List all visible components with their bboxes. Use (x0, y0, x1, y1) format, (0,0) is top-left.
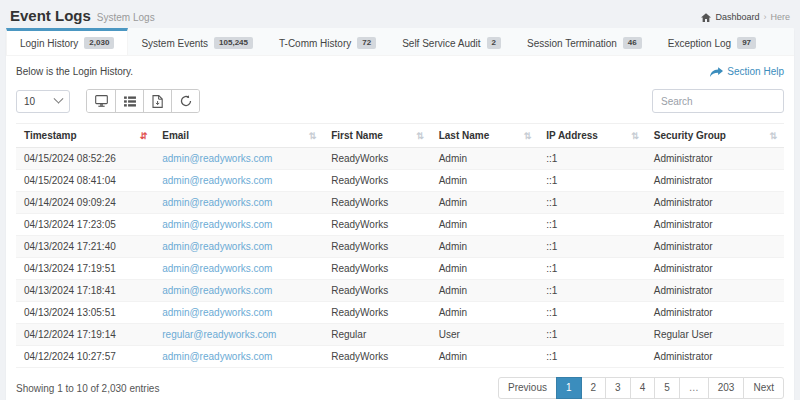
column-header-ip-address[interactable]: IP Address⇅ (538, 124, 646, 148)
column-header-timestamp[interactable]: Timestamp⇵ (16, 124, 154, 148)
tab-badge: 97 (737, 37, 756, 49)
table-view-button-group (86, 89, 200, 113)
cell-first-name: Regular (323, 324, 431, 346)
tab-login-history[interactable]: Login History2,030 (6, 28, 128, 55)
refresh-button[interactable] (171, 90, 199, 112)
tab-label: Exception Log (668, 38, 731, 49)
email-link[interactable]: admin@readyworks.com (162, 285, 272, 296)
section-description: Below is the Login History. (16, 66, 133, 77)
cell-ip-address: ::1 (538, 280, 646, 302)
column-label: IP Address (546, 130, 598, 141)
table-footer: Showing 1 to 10 of 2,030 entries Previou… (16, 368, 784, 400)
column-header-inner: Last Name⇅ (439, 130, 531, 141)
cell-ip-address: ::1 (538, 258, 646, 280)
tab-badge: 105,245 (214, 37, 253, 49)
search-input[interactable] (652, 89, 784, 113)
tab-label: T-Comm History (279, 38, 351, 49)
email-link[interactable]: admin@readyworks.com (162, 263, 272, 274)
cell-timestamp: 04/13/2024 17:23:05 (16, 214, 154, 236)
page-length-value: 10 (24, 96, 35, 107)
cell-last-name: Admin (431, 170, 539, 192)
table-body: 04/15/2024 08:52:26admin@readyworks.comR… (16, 148, 784, 368)
table-toolbar: 10 (16, 83, 784, 123)
cell-timestamp: 04/12/2024 10:27:57 (16, 346, 154, 368)
pagination-previous[interactable]: Previous (498, 377, 557, 399)
cell-timestamp: 04/15/2024 08:41:04 (16, 170, 154, 192)
section-help-link[interactable]: Section Help (710, 66, 784, 77)
cell-ip-address: ::1 (538, 214, 646, 236)
pagination-page-203[interactable]: 203 (708, 377, 745, 399)
cell-first-name: ReadyWorks (323, 148, 431, 170)
cell-ip-address: ::1 (538, 192, 646, 214)
cell-security-group: Administrator (646, 302, 784, 324)
tab-system-events[interactable]: System Events105,245 (128, 28, 266, 55)
column-header-inner: IP Address⇅ (546, 130, 638, 141)
cell-email: admin@readyworks.com (154, 170, 323, 192)
cell-timestamp: 04/15/2024 08:52:26 (16, 148, 154, 170)
pagination-page-2[interactable]: 2 (581, 377, 607, 399)
display-view-button[interactable] (87, 90, 115, 112)
email-link[interactable]: admin@readyworks.com (162, 175, 272, 186)
cell-ip-address: ::1 (538, 236, 646, 258)
column-label: First Name (331, 130, 383, 141)
forward-arrow-icon (710, 67, 723, 77)
cell-timestamp: 04/12/2024 17:19:14 (16, 324, 154, 346)
cell-last-name: Admin (431, 236, 539, 258)
tab-exception-log[interactable]: Exception Log97 (655, 28, 769, 55)
tab-badge: 2 (487, 37, 501, 49)
column-header-last-name[interactable]: Last Name⇅ (431, 124, 539, 148)
event-logs-card: Login History2,030System Events105,245T-… (6, 28, 794, 400)
email-link[interactable]: admin@readyworks.com (162, 197, 272, 208)
column-header-security-group[interactable]: Security Group⇅ (646, 124, 784, 148)
sort-icon: ⇅ (524, 131, 531, 141)
cell-security-group: Administrator (646, 346, 784, 368)
breadcrumb-dashboard[interactable]: Dashboard (715, 12, 759, 22)
column-header-email[interactable]: Email⇅ (154, 124, 323, 148)
pagination-page-1[interactable]: 1 (556, 377, 582, 399)
cell-first-name: ReadyWorks (323, 170, 431, 192)
cell-email: admin@readyworks.com (154, 148, 323, 170)
cell-ip-address: ::1 (538, 302, 646, 324)
cell-last-name: Admin (431, 258, 539, 280)
section-help-label: Section Help (727, 66, 784, 77)
column-header-inner: Email⇅ (162, 130, 315, 141)
email-link[interactable]: admin@readyworks.com (162, 307, 272, 318)
table-row: 04/13/2024 13:05:51admin@readyworks.comR… (16, 302, 784, 324)
tab-label: Self Service Audit (402, 38, 480, 49)
email-link[interactable]: regular@readyworks.com (162, 329, 276, 340)
tab-session-termination[interactable]: Session Termination46 (514, 28, 655, 55)
pagination-page-3[interactable]: 3 (605, 377, 631, 399)
cell-timestamp: 04/13/2024 13:05:51 (16, 302, 154, 324)
email-link[interactable]: admin@readyworks.com (162, 219, 272, 230)
pagination-page-4[interactable]: 4 (630, 377, 656, 399)
cell-first-name: ReadyWorks (323, 236, 431, 258)
tab-badge: 46 (623, 37, 642, 49)
cell-timestamp: 04/14/2024 09:09:24 (16, 192, 154, 214)
tab-self-service-audit[interactable]: Self Service Audit2 (389, 28, 514, 55)
page-length-select[interactable]: 10 (16, 90, 70, 113)
tab-t-comm-history[interactable]: T-Comm History72 (266, 28, 389, 55)
sort-icon: ⇅ (416, 131, 423, 141)
table-row: 04/13/2024 17:19:51admin@readyworks.comR… (16, 258, 784, 280)
email-link[interactable]: admin@readyworks.com (162, 351, 272, 362)
tab-label: Session Termination (527, 38, 617, 49)
column-list-button[interactable] (115, 90, 143, 112)
cell-timestamp: 04/13/2024 17:19:51 (16, 258, 154, 280)
column-header-inner: First Name⇅ (331, 130, 423, 141)
export-file-button[interactable] (143, 90, 171, 112)
pagination-ellipsis: … (679, 377, 709, 399)
table-row: 04/13/2024 17:18:41admin@readyworks.comR… (16, 280, 784, 302)
cell-security-group: Administrator (646, 170, 784, 192)
tab-label: Login History (20, 38, 78, 49)
cell-security-group: Administrator (646, 192, 784, 214)
breadcrumb-separator: › (763, 12, 766, 22)
email-link[interactable]: admin@readyworks.com (162, 241, 272, 252)
column-header-first-name[interactable]: First Name⇅ (323, 124, 431, 148)
cell-timestamp: 04/13/2024 17:18:41 (16, 280, 154, 302)
pagination-next[interactable]: Next (743, 377, 784, 399)
pagination-page-5[interactable]: 5 (654, 377, 680, 399)
pagination: Previous12345…203Next (498, 377, 784, 399)
cell-ip-address: ::1 (538, 148, 646, 170)
email-link[interactable]: admin@readyworks.com (162, 153, 272, 164)
card-body: Below is the Login History. Section Help… (6, 56, 794, 400)
